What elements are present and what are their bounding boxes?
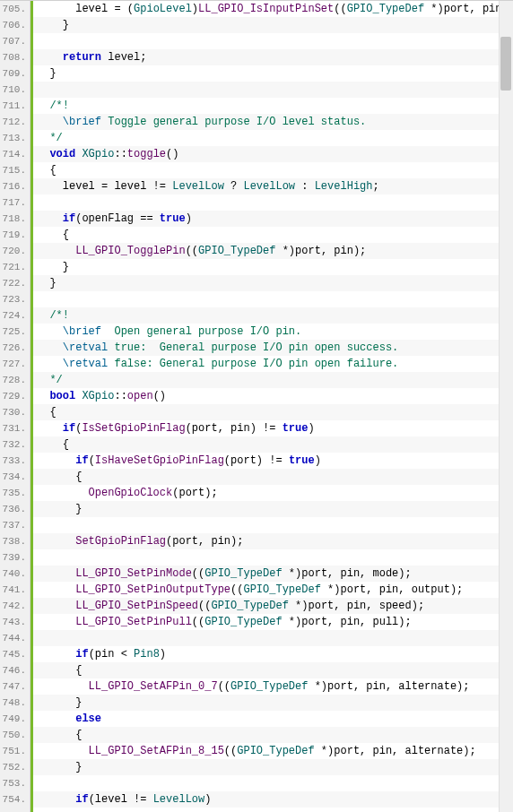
code-line[interactable]: level = (GpioLevel)LL_GPIO_IsInputPinSet… [33, 1, 513, 17]
line-number: 710. [0, 82, 30, 98]
line-number: 741. [0, 582, 30, 598]
token-cmt: */ [37, 374, 63, 386]
token-typ: GPIO_TypeDef [230, 680, 308, 693]
scrollbar-thumb[interactable] [500, 37, 511, 91]
code-line[interactable]: LL_GPIO_SetPinOutputType((GPIO_TypeDef *… [33, 582, 513, 598]
token-cmt: Toggle general purpose I/O level status. [101, 116, 366, 128]
line-number: 748. [0, 695, 30, 711]
code-line[interactable]: } [33, 17, 513, 33]
token-plain: :: [114, 148, 126, 160]
token-fn: LL_GPIO_SetAFPin_0_7 [89, 680, 218, 693]
code-line[interactable] [33, 291, 513, 307]
code-line[interactable]: */ [33, 372, 513, 388]
line-number: 744. [0, 630, 30, 646]
code-line[interactable]: \retval true: General purpose I/O pin op… [33, 340, 513, 356]
token-plain: (( [192, 616, 204, 628]
code-line[interactable]: LL_GPIO_SetAFPin_0_7((GPIO_TypeDef *)por… [33, 678, 513, 695]
token-kw: true [160, 212, 186, 225]
line-number: 709. [0, 65, 30, 82]
code-line[interactable]: if(pin < Pin8) [33, 646, 513, 662]
code-line[interactable] [33, 194, 513, 211]
token-kw: if [75, 454, 88, 467]
line-number: 740. [0, 566, 30, 582]
code-line[interactable]: SetGpioPinFlag(port, pin); [33, 533, 513, 549]
code-line[interactable]: LL_GPIO_SetPinMode((GPIO_TypeDef *)port,… [33, 566, 513, 582]
line-number: 728. [0, 372, 30, 388]
code-line[interactable]: } [33, 275, 513, 291]
line-number: 733. [0, 453, 30, 469]
code-line[interactable]: LL_GPIO_TogglePin((GPIO_TypeDef *)port, … [33, 243, 513, 259]
token-doc: \brief [63, 325, 101, 338]
code-line[interactable]: bool XGpio::open() [33, 388, 513, 404]
code-line[interactable]: if(level != LevelLow) [33, 791, 513, 808]
code-line[interactable]: { [33, 662, 513, 678]
token-plain: () [153, 390, 166, 402]
token-plain [37, 793, 75, 806]
code-line[interactable]: { [33, 162, 513, 178]
code-area[interactable]: level = (GpioLevel)LL_GPIO_IsInputPinSet… [33, 1, 513, 812]
token-plain: (port); [172, 487, 217, 499]
line-number: 743. [0, 614, 30, 630]
code-line[interactable]: { [33, 436, 513, 453]
code-line[interactable]: { [33, 469, 513, 485]
token-plain: { [37, 438, 69, 451]
code-line[interactable] [33, 775, 513, 791]
token-typ: GPIO_TypeDef [347, 3, 424, 15]
line-number: 747. [0, 678, 30, 695]
line-number: 707. [0, 33, 30, 49]
code-line[interactable]: if(openFlag == true) [33, 211, 513, 227]
code-line[interactable]: } [33, 501, 513, 517]
code-line[interactable]: if(IsHaveSetGpioPinFlag(port) != true) [33, 453, 513, 469]
code-line[interactable]: \brief Toggle general purpose I/O level … [33, 114, 513, 130]
code-line[interactable]: } [33, 695, 513, 711]
token-plain [37, 245, 75, 257]
line-number: 745. [0, 646, 30, 662]
code-line[interactable]: void XGpio::toggle() [33, 146, 513, 162]
code-line[interactable]: } [33, 259, 513, 275]
code-line[interactable]: level = level != LevelLow ? LevelLow : L… [33, 178, 513, 194]
code-line[interactable]: { [33, 227, 513, 243]
token-cmt: true: General purpose I/O pin open succe… [108, 341, 398, 354]
code-line[interactable]: { [33, 727, 513, 743]
code-line[interactable]: */ [33, 130, 513, 146]
token-kw: if [75, 648, 88, 661]
code-line[interactable] [33, 517, 513, 533]
code-line[interactable] [33, 82, 513, 98]
code-line[interactable]: \brief Open general purpose I/O pin. [33, 324, 513, 340]
code-line[interactable]: else [33, 711, 513, 727]
line-number: 754. [0, 791, 30, 808]
code-line[interactable] [33, 33, 513, 49]
code-line[interactable] [33, 549, 513, 566]
code-line[interactable]: \retval false: General purpose I/O pin o… [33, 356, 513, 372]
code-line[interactable]: LL_GPIO_SetPinPull((GPIO_TypeDef *)port,… [33, 614, 513, 630]
code-line[interactable]: } [33, 759, 513, 775]
line-number: 752. [0, 759, 30, 775]
token-plain: ) [186, 212, 192, 225]
code-line[interactable]: return level; [33, 49, 513, 65]
token-plain: ) [160, 648, 166, 661]
token-plain: (pin < [89, 648, 134, 661]
token-cmt: /*! [37, 99, 69, 112]
code-line[interactable]: { [33, 404, 513, 420]
code-editor[interactable]: 705.706.707.708.709.710.711.712.713.714.… [0, 0, 513, 812]
line-number: 753. [0, 775, 30, 791]
code-line[interactable] [33, 630, 513, 646]
token-typ: GPIO_TypeDef [243, 583, 320, 596]
token-plain: { [37, 164, 57, 177]
code-line[interactable]: LL_GPIO_SetPinSpeed((GPIO_TypeDef *)port… [33, 598, 513, 614]
token-cmt: false: General purpose I/O pin open fail… [108, 358, 398, 370]
code-line[interactable]: if(IsSetGpioPinFlag(port, pin) != true) [33, 420, 513, 436]
token-fn: OpenGpioClock [89, 487, 173, 499]
code-line[interactable]: OpenGpioClock(port); [33, 485, 513, 501]
code-line[interactable]: } [33, 65, 513, 82]
token-plain: (port) != [224, 454, 289, 467]
line-number: 718. [0, 211, 30, 227]
code-line[interactable]: /*! [33, 307, 513, 324]
token-plain [37, 212, 63, 225]
line-number: 719. [0, 227, 30, 243]
code-line[interactable]: /*! [33, 98, 513, 114]
code-line[interactable]: LL_GPIO_SetAFPin_8_15((GPIO_TypeDef *)po… [33, 743, 513, 759]
token-plain [37, 713, 75, 725]
token-plain: level = level != [37, 180, 172, 193]
vertical-scrollbar[interactable] [499, 1, 513, 812]
